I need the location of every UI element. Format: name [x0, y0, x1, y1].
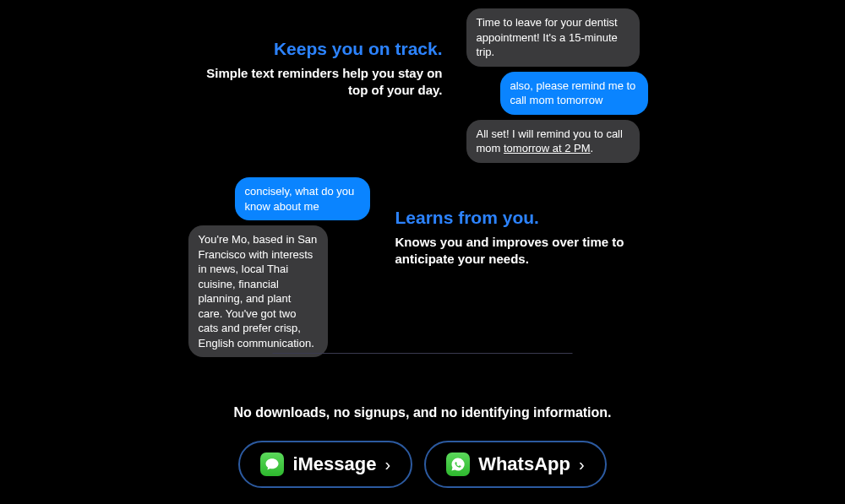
message-time-link[interactable]: tomorrow at 2 PM — [504, 142, 591, 154]
feature-learns-text: Learns from you. Knows you and improves … — [395, 177, 657, 268]
feature-ontrack-subhead: Simple text reminders help you stay on t… — [198, 65, 443, 100]
whatsapp-label: WhatsApp — [478, 453, 570, 475]
feature-learns-subhead: Knows you and improves over time to anti… — [395, 234, 657, 268]
imessage-icon — [260, 453, 284, 476]
cta-buttons: iMessage › WhatsApp › — [0, 441, 845, 488]
imessage-label: iMessage — [292, 453, 376, 475]
section-divider — [273, 353, 573, 354]
message-text: . — [591, 142, 594, 154]
feature-learns-headline: Learns from you. — [395, 208, 657, 228]
message-bubble: also, please remind me to call mom tomor… — [500, 72, 648, 115]
feature-ontrack: Keeps you on track. Simple text reminder… — [0, 8, 845, 163]
cta-tagline: No downloads, no signups, and no identif… — [0, 405, 845, 420]
feature-ontrack-headline: Keeps you on track. — [198, 39, 443, 59]
feature-ontrack-conversation: Time to leave for your dentist appointme… — [466, 8, 648, 163]
message-bubble: concisely, what do you know about me — [235, 177, 370, 220]
message-bubble: You're Mo, based in San Francisco with i… — [188, 225, 328, 357]
imessage-button[interactable]: iMessage › — [238, 441, 412, 488]
feature-learns-conversation: concisely, what do you know about me You… — [188, 177, 370, 357]
feature-learns: concisely, what do you know about me You… — [0, 177, 845, 357]
whatsapp-button[interactable]: WhatsApp › — [424, 441, 606, 488]
whatsapp-icon — [446, 453, 470, 476]
chevron-right-icon: › — [384, 455, 390, 474]
chevron-right-icon: › — [579, 455, 585, 474]
feature-ontrack-text: Keeps you on track. Simple text reminder… — [198, 8, 443, 100]
message-bubble: Time to leave for your dentist appointme… — [466, 8, 640, 67]
message-bubble: All set! I will remind you to call mom t… — [466, 120, 640, 163]
